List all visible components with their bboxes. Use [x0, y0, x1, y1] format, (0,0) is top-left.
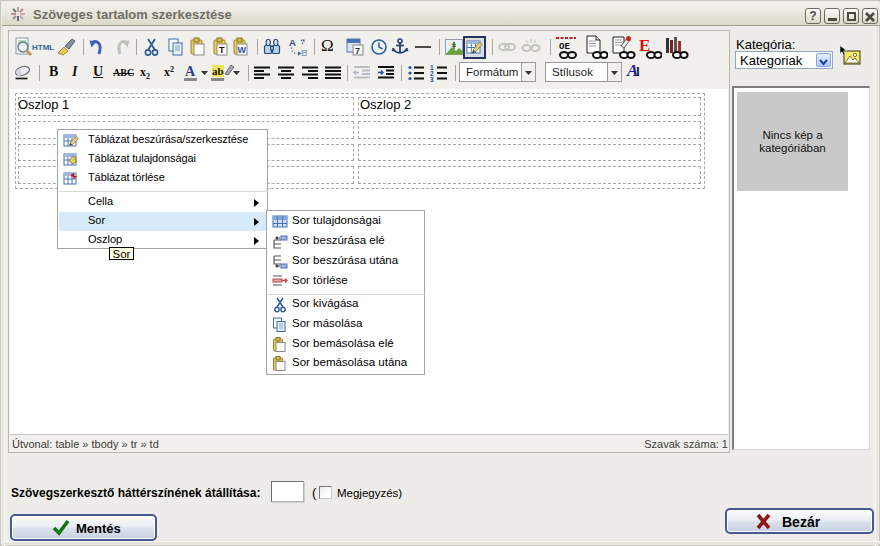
svg-text:A: A: [289, 37, 296, 48]
svg-text:7: 7: [355, 46, 360, 56]
svg-text:3: 3: [430, 76, 434, 83]
svg-text:B: B: [301, 47, 307, 58]
svg-text:T: T: [219, 45, 225, 55]
svg-text:OE: OE: [559, 42, 570, 52]
svg-text:W: W: [238, 45, 247, 55]
